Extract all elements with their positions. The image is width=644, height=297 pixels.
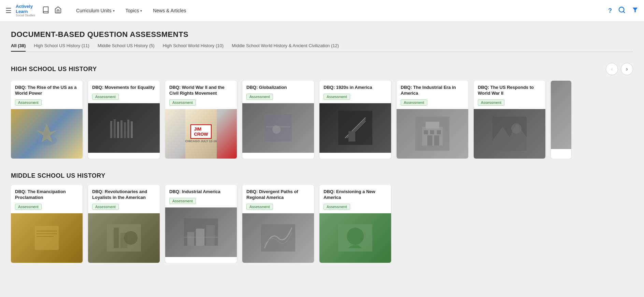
svg-line-1 [623, 11, 625, 13]
logo-top: Actively [16, 4, 33, 9]
main-nav: Curriculum Units ▾ Topics ▾ News & Artic… [71, 5, 191, 16]
header-nav-icons [42, 6, 62, 15]
card-hs-4-image [319, 103, 391, 153]
card-hs-4-title: DBQ: 1920s in America [324, 85, 387, 91]
svg-rect-35 [114, 228, 119, 248]
svg-rect-26 [437, 130, 441, 134]
card-hs-0-text: DBQ: The Rise of the US as a World Power… [11, 81, 83, 109]
card-ms-4-badge: Assessment [324, 204, 350, 210]
hs-carousel-next[interactable]: › [621, 63, 633, 75]
tab-ms-world-history[interactable]: Middle School World History & Ancient Ci… [232, 43, 339, 52]
card-hs-1-badge: Assessment [92, 94, 119, 100]
svg-rect-5 [114, 119, 116, 138]
card-ms-4-text: DBQ: Envisioning a New America Assessmen… [319, 185, 391, 213]
help-icon[interactable]: ? [608, 7, 612, 14]
svg-rect-24 [424, 130, 428, 134]
card-hs-3[interactable]: DBQ: Globalization Assessment [242, 81, 314, 159]
card-hs-6-text: DBQ: The US Responds to World War II Ass… [474, 81, 545, 109]
svg-rect-10 [131, 121, 133, 138]
section-ms-header: MIDDLE SCHOOL US HISTORY [11, 172, 633, 179]
card-ms-2[interactable]: DBQ: Industrial America Assessment [165, 185, 237, 263]
card-ms-4[interactable]: DBQ: Envisioning a New America Assessmen… [319, 185, 391, 263]
card-hs-2-title: DBQ: World War II and the Civil Rights M… [169, 85, 233, 96]
svg-marker-2 [633, 8, 638, 12]
section-hs-us-history: HIGH SCHOOL US HISTORY ‹ › DBQ: The Rise… [11, 63, 633, 159]
ms-cards-row: DBQ: The Emancipation Proclamation Asses… [11, 185, 633, 263]
nav-news-articles[interactable]: News & Articles [148, 5, 191, 16]
card-hs-6[interactable]: DBQ: The US Responds to World War II Ass… [474, 81, 545, 159]
nav-topics[interactable]: Topics ▾ [121, 5, 147, 16]
card-hs-0[interactable]: DBQ: The Rise of the US as a World Power… [11, 81, 83, 159]
nav-curriculum-units-label: Curriculum Units [76, 8, 111, 13]
card-hs-5-image [397, 109, 468, 159]
card-hs-0-title: DBQ: The Rise of the US as a World Power [15, 85, 78, 96]
card-ms-4-title: DBQ: Envisioning a New America [324, 189, 387, 201]
card-ms-0[interactable]: DBQ: The Emancipation Proclamation Asses… [11, 185, 83, 263]
card-hs-5[interactable]: DBQ: The Industrial Era in America Asses… [397, 81, 468, 159]
svg-rect-41 [206, 225, 215, 246]
card-hs-1-title: DBQ: Movements for Equality [92, 85, 156, 91]
school-icon[interactable] [54, 6, 62, 15]
category-tabs: All (38) High School US History (11) Mid… [11, 43, 633, 52]
card-hs-4-badge: Assessment [324, 94, 350, 100]
card-ms-2-badge: Assessment [169, 198, 196, 204]
svg-point-37 [124, 231, 138, 245]
nav-curriculum-units[interactable]: Curriculum Units ▾ [71, 5, 119, 16]
svg-rect-30 [35, 226, 59, 250]
svg-rect-6 [117, 122, 119, 138]
tab-all[interactable]: All (38) [11, 43, 26, 52]
card-hs-6-title: DBQ: The US Responds to World War II [478, 85, 541, 96]
logo-sub: Social Studies [16, 14, 35, 17]
card-ms-0-title: DBQ: The Emancipation Proclamation [15, 189, 78, 201]
svg-rect-25 [430, 130, 434, 134]
svg-rect-9 [127, 120, 129, 138]
book-icon[interactable] [42, 6, 49, 15]
svg-rect-4 [110, 121, 112, 138]
tab-hs-world-history[interactable]: High School World History (10) [163, 43, 224, 52]
card-ms-1[interactable]: DBQ: Revolutionaries and Loyalists in th… [88, 185, 160, 263]
card-hs-3-title: DBQ: Globalization [246, 85, 310, 91]
page-title: DOCUMENT-BASED QUESTION ASSESSMENTS [11, 30, 633, 39]
nav-topics-label: Topics [126, 8, 139, 13]
svg-rect-23 [434, 135, 439, 146]
card-ms-2-image [165, 207, 237, 257]
header-left: ☰ Actively Learn Social Studies Curricul… [5, 4, 191, 17]
card-ms-3-title: DBQ: Divergent Paths of Regional America [246, 189, 310, 201]
section-ms-title: MIDDLE SCHOOL US HISTORY [11, 172, 105, 179]
tab-ms-us-history[interactable]: Middle School US History (5) [98, 43, 155, 52]
card-hs-4[interactable]: DBQ: 1920s in America Assessment [319, 81, 391, 159]
logo-mid: Learn [16, 9, 28, 14]
card-hs-6-badge: Assessment [478, 99, 504, 106]
svg-point-45 [347, 228, 364, 245]
section-hs-header: HIGH SCHOOL US HISTORY ‹ › [11, 63, 633, 75]
svg-rect-7 [120, 120, 123, 138]
card-hs-3-badge: Assessment [246, 94, 273, 100]
search-icon[interactable] [618, 6, 626, 15]
svg-point-29 [511, 123, 521, 134]
card-hs-3-image [242, 103, 314, 153]
card-hs-5-title: DBQ: The Industrial Era in America [401, 85, 464, 96]
card-ms-1-badge: Assessment [92, 204, 119, 210]
card-hs-1[interactable]: DBQ: Movements for Equality Assessment [88, 81, 160, 159]
card-hs-4-text: DBQ: 1920s in America Assessment [319, 81, 391, 103]
card-hs-2[interactable]: DBQ: World War II and the Civil Rights M… [165, 81, 237, 159]
filter-icon[interactable] [632, 6, 639, 15]
card-hs-partial[interactable] [551, 81, 571, 159]
card-hs-3-text: DBQ: Globalization Assessment [242, 81, 314, 103]
header-right: ? [608, 6, 639, 15]
card-hs-5-text: DBQ: The Industrial Era in America Asses… [397, 81, 468, 109]
card-hs-2-text: DBQ: World War II and the Civil Rights M… [165, 81, 237, 109]
card-ms-0-text: DBQ: The Emancipation Proclamation Asses… [11, 185, 83, 213]
hs-carousel-prev[interactable]: ‹ [606, 63, 618, 75]
card-hs-1-image [88, 103, 160, 153]
hamburger-menu[interactable]: ☰ [5, 6, 12, 15]
main-content: DOCUMENT-BASED QUESTION ASSESSMENTS All … [0, 22, 644, 285]
logo[interactable]: Actively Learn Social Studies [16, 4, 35, 17]
hs-cards-row: DBQ: The Rise of the US as a World Power… [11, 81, 633, 159]
card-hs-5-badge: Assessment [401, 99, 427, 106]
card-ms-0-badge: Assessment [15, 204, 42, 210]
card-ms-3[interactable]: DBQ: Divergent Paths of Regional America… [242, 185, 314, 263]
tab-hs-us-history[interactable]: High School US History (11) [34, 43, 89, 52]
svg-rect-21 [426, 122, 439, 129]
card-ms-0-image [11, 213, 83, 263]
